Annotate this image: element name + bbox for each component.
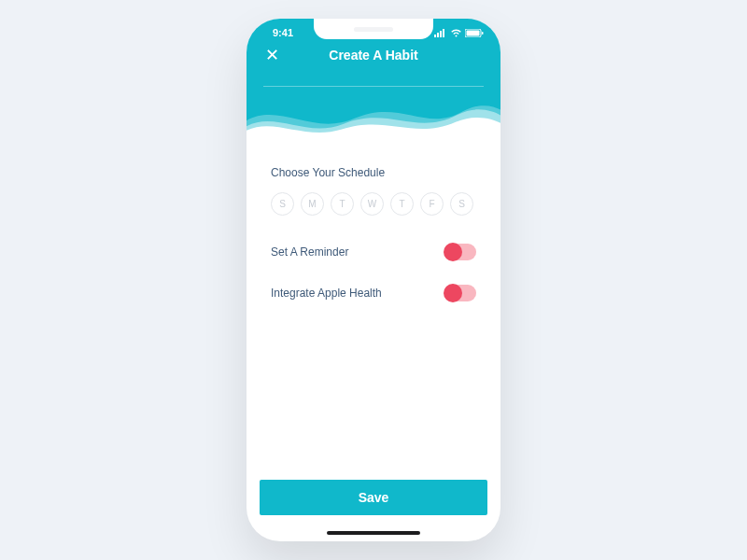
schedule-label: Choose Your Schedule (271, 166, 476, 179)
day-wed[interactable]: W (360, 192, 384, 216)
svg-rect-0 (434, 35, 436, 37)
day-sat[interactable]: S (450, 192, 473, 216)
health-row: Integrate Apple Health (271, 285, 476, 301)
svg-rect-2 (440, 31, 442, 37)
day-picker: S M T W T F S (271, 192, 476, 216)
battery-icon (465, 29, 484, 37)
home-indicator[interactable] (327, 531, 420, 535)
close-icon[interactable]: ✕ (263, 47, 280, 63)
reminder-row: Set A Reminder (271, 244, 476, 260)
status-time: 9:41 (273, 27, 293, 38)
svg-rect-6 (482, 32, 484, 35)
signal-icon (434, 29, 447, 37)
day-tue[interactable]: T (331, 192, 354, 216)
content: Choose Your Schedule S M T W T F S Set A… (247, 140, 500, 301)
status-icons (434, 29, 484, 37)
svg-rect-5 (467, 30, 480, 35)
day-fri[interactable]: F (420, 192, 444, 216)
day-thu[interactable]: T (390, 192, 414, 216)
page-title: Create A Habit (280, 48, 467, 63)
svg-rect-3 (443, 29, 444, 37)
header-divider (263, 86, 484, 87)
health-label: Integrate Apple Health (271, 287, 382, 300)
toggle-knob-icon (444, 243, 462, 261)
svg-rect-1 (437, 33, 439, 37)
header-wave (247, 88, 500, 140)
toggle-knob-icon (444, 284, 462, 302)
reminder-toggle[interactable] (444, 244, 476, 260)
day-mon[interactable]: M (301, 192, 324, 216)
phone-frame: 9:41 ✕ Create A Habit Choose Your Schedu… (247, 19, 500, 541)
day-sun[interactable]: S (271, 192, 294, 216)
save-button[interactable]: Save (260, 480, 487, 515)
wifi-icon (450, 29, 462, 37)
device-notch (314, 19, 433, 39)
health-toggle[interactable] (444, 285, 476, 301)
reminder-label: Set A Reminder (271, 245, 348, 259)
